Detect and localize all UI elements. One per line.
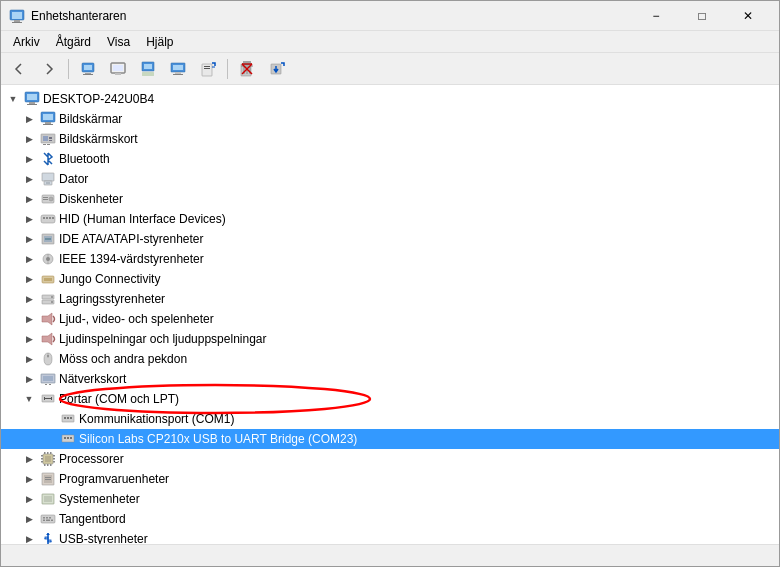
tree-label: Kommunikationsport (COM1)	[79, 412, 234, 426]
expand-icon[interactable]: ▼	[21, 391, 37, 407]
svg-rect-75	[45, 384, 47, 385]
tree-root[interactable]: ▼ DESKTOP-242U0B4	[1, 89, 779, 109]
expand-icon[interactable]: ▶	[21, 531, 37, 544]
expand-icon[interactable]: ▶	[21, 511, 37, 527]
svg-rect-32	[27, 94, 37, 100]
toolbar-sep-2	[227, 59, 228, 79]
list-item[interactable]: ▶ Bluetooth	[1, 149, 779, 169]
svg-rect-113	[43, 520, 45, 522]
list-item[interactable]: ▶ Lagringsstyrenheter	[1, 289, 779, 309]
list-item[interactable]: ▶ Programvaruenheter	[1, 469, 779, 489]
list-item[interactable]: ▶ Bildskärmar	[1, 109, 779, 129]
expand-icon[interactable]: ▶	[21, 451, 37, 467]
svg-point-72	[47, 355, 49, 357]
expand-icon[interactable]: ▶	[21, 231, 37, 247]
list-item[interactable]: ▶ USB-styrenheter	[1, 529, 779, 544]
list-item[interactable]: ▶ IEEE 1394-värdstyrenheter	[1, 249, 779, 269]
svg-rect-106	[45, 479, 51, 480]
svg-rect-20	[204, 68, 210, 69]
svg-point-67	[51, 296, 53, 298]
menu-visa[interactable]: Visa	[99, 33, 138, 51]
svg-rect-3	[12, 22, 22, 23]
menu-atgard[interactable]: Åtgärd	[48, 33, 99, 51]
menu-arkiv[interactable]: Arkiv	[5, 33, 48, 51]
menu-hjalp[interactable]: Hjälp	[138, 33, 181, 51]
svg-rect-115	[51, 520, 53, 522]
delete-button[interactable]	[233, 56, 261, 82]
list-item[interactable]: ▶ Möss och andra pekdon	[1, 349, 779, 369]
list-item[interactable]: ▶ Diskenheter	[1, 189, 779, 209]
list-item[interactable]: ▶ Ljudinspelningar och ljuduppspelningar	[1, 329, 779, 349]
expand-icon[interactable]: ▶	[21, 371, 37, 387]
disk-icon	[40, 191, 56, 207]
minimize-button[interactable]: −	[633, 1, 679, 31]
expand-icon[interactable]: ▶	[21, 291, 37, 307]
list-item[interactable]: ▶ Jungo Connectivity	[1, 269, 779, 289]
expand-icon[interactable]: ▶	[21, 351, 37, 367]
expand-icon-root[interactable]: ▼	[5, 91, 21, 107]
svg-rect-90	[45, 456, 51, 462]
svg-rect-91	[44, 452, 46, 454]
list-item[interactable]: ▶ Nätverkskort	[1, 369, 779, 389]
list-item[interactable]: ▶ Ljud-, video- och spelenheter	[1, 309, 779, 329]
list-item[interactable]: ▶ Kommunikationsport (COM1)	[1, 409, 779, 429]
svg-rect-43	[43, 144, 46, 145]
forward-button[interactable]	[35, 56, 63, 82]
list-item[interactable]: ▶ Systemenheter	[1, 489, 779, 509]
list-item[interactable]: ▶ Silicon Labs CP210x USB to UART Bridge…	[1, 429, 779, 449]
list-item[interactable]: ▶ Bildskärmskort	[1, 129, 779, 149]
svg-rect-109	[41, 515, 55, 523]
device-tree[interactable]: ▼ DESKTOP-242U0B4 ▶	[1, 85, 779, 544]
comm-port-icon	[60, 411, 76, 427]
cpu-icon	[40, 451, 56, 467]
list-item[interactable]: ▶ Tangentbord	[1, 509, 779, 529]
svg-rect-17	[173, 74, 183, 75]
list-item[interactable]: ▶	[1, 449, 779, 469]
expand-icon[interactable]: ▶	[21, 111, 37, 127]
bluetooth-icon	[40, 151, 56, 167]
download-button[interactable]	[263, 56, 291, 82]
svg-rect-93	[50, 452, 52, 454]
svg-rect-1	[12, 12, 22, 19]
expand-icon[interactable]: ▶	[21, 171, 37, 187]
list-item[interactable]: ▶ Dator	[1, 169, 779, 189]
network-button[interactable]	[164, 56, 192, 82]
maximize-button[interactable]: □	[679, 1, 725, 31]
expand-icon[interactable]: ▶	[21, 131, 37, 147]
tree-label: Nätverkskort	[59, 372, 126, 386]
expand-icon[interactable]: ▶	[21, 211, 37, 227]
tree-label: USB-styrenheter	[59, 532, 148, 544]
close-button[interactable]: ✕	[725, 1, 771, 31]
app-icon	[9, 8, 25, 24]
expand-icon[interactable]: ▶	[21, 491, 37, 507]
tree-root-label: DESKTOP-242U0B4	[43, 92, 154, 106]
refresh-button[interactable]	[134, 56, 162, 82]
view-button[interactable]	[104, 56, 132, 82]
tree-label: Bildskärmar	[59, 112, 122, 126]
svg-rect-56	[52, 217, 54, 219]
svg-rect-59	[45, 238, 51, 240]
list-item[interactable]: ▼ Portar (COM och LPT)	[1, 389, 779, 409]
expand-icon[interactable]: ▶	[21, 251, 37, 267]
expand-icon[interactable]: ▶	[21, 191, 37, 207]
expand-icon[interactable]: ▶	[21, 311, 37, 327]
expand-icon[interactable]: ▶	[21, 471, 37, 487]
expand-icon[interactable]: ▶	[21, 331, 37, 347]
list-item[interactable]: ▶ HID (Human Interface Devices)	[1, 209, 779, 229]
svg-rect-37	[45, 122, 51, 124]
scan-button[interactable]	[194, 56, 222, 82]
svg-rect-55	[49, 217, 51, 219]
svg-rect-102	[53, 461, 55, 463]
mouse-icon	[40, 351, 56, 367]
expand-icon[interactable]: ▶	[21, 271, 37, 287]
svg-rect-5	[84, 65, 92, 70]
list-item[interactable]: ▶ IDE ATA/ATAPI-styrenheter	[1, 229, 779, 249]
svg-rect-100	[53, 455, 55, 457]
svg-point-82	[64, 417, 66, 419]
back-button[interactable]	[5, 56, 33, 82]
expand-icon[interactable]: ▶	[21, 151, 37, 167]
properties-button[interactable]	[74, 56, 102, 82]
title-bar-title: Enhetshanteraren	[31, 9, 126, 23]
svg-point-83	[67, 417, 69, 419]
svg-rect-108	[44, 496, 52, 502]
